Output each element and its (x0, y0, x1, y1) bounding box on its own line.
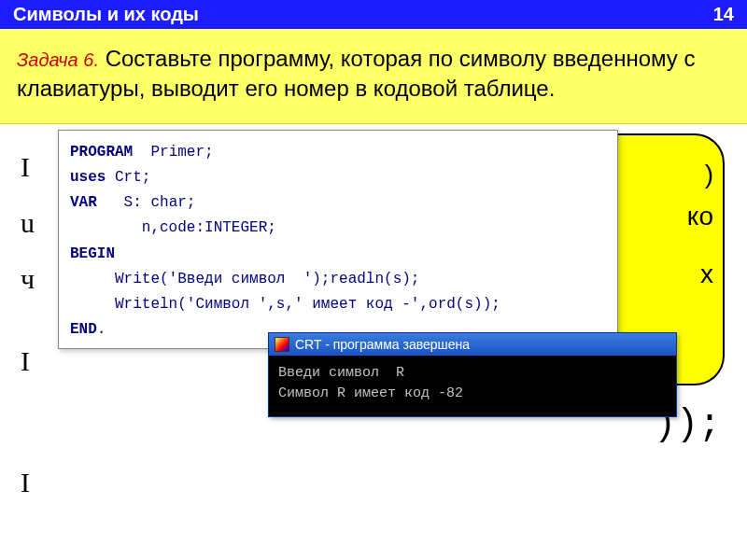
bg-letter: I (21, 139, 35, 195)
keyword: VAR (70, 194, 97, 211)
code-text: n,code:INTEGER; (70, 219, 276, 236)
keyword: END (70, 321, 97, 338)
source-code: PROGRAM Primer; uses Crt; VAR S: char; n… (59, 131, 617, 349)
console-line: Введи символ R (278, 365, 404, 381)
crt-titlebar: CRT - программа завершена (269, 333, 676, 356)
keyword: uses (70, 169, 106, 186)
task-text: Составьте программу, которая по символу … (17, 46, 695, 101)
header-title: Символы и их коды (13, 4, 199, 25)
code-text: S: char; (97, 194, 196, 211)
page-number: 14 (713, 4, 734, 25)
code-text: Primer; (133, 144, 213, 161)
task-box: Задача 6. Составьте программу, которая п… (0, 29, 747, 124)
crt-output-window: CRT - программа завершена Введи символ R… (268, 332, 677, 417)
code-text: . (97, 321, 106, 338)
app-icon (275, 337, 289, 352)
code-text: Writeln('Символ ',s,' имеет код -',ord(s… (70, 296, 500, 313)
task-label: Задача 6. (17, 49, 99, 70)
bg-letter: I (21, 333, 35, 389)
keyword: BEGIN (70, 245, 115, 262)
bg-letter: u (21, 195, 35, 251)
background-letters: I u ч I I (21, 139, 35, 511)
bg-letter: I (21, 455, 35, 511)
code-editor-panel: PROGRAM Primer; uses Crt; VAR S: char; n… (58, 130, 618, 350)
code-text: Write('Введи символ ');readln(s); (70, 271, 419, 287)
crt-console-output: Введи символ R Символ R имеет код -82 (269, 356, 676, 416)
bg-letter: ч (21, 251, 35, 307)
keyword: PROGRAM (70, 144, 133, 161)
code-text: Crt; (106, 169, 150, 186)
content-area: ) ко х )); I u ч I I PROGRAM Primer; use… (0, 124, 747, 525)
crt-title: CRT - программа завершена (295, 337, 470, 352)
slide-header: Символы и их коды 14 (0, 0, 747, 29)
console-line: Символ R имеет код -82 (278, 385, 463, 401)
